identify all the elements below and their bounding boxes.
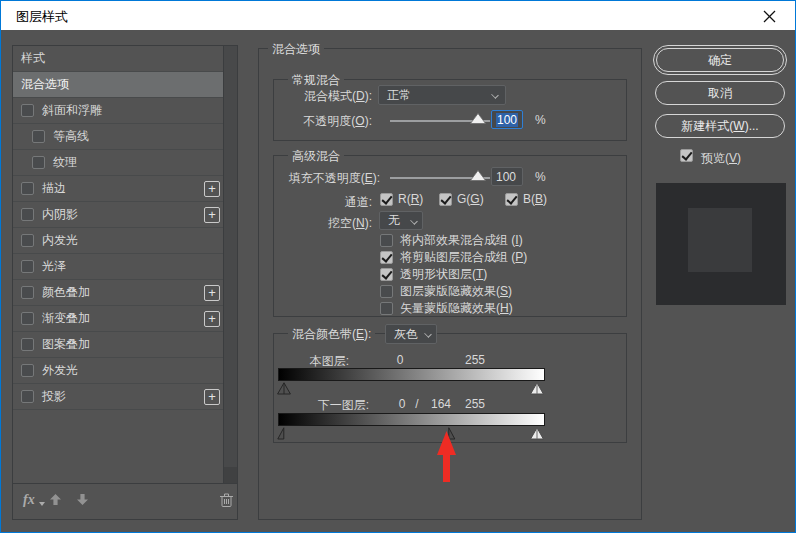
new-style-button[interactable]: 新建样式(W)... — [655, 114, 785, 138]
channel-label: G(G) — [457, 192, 484, 206]
trash-icon — [219, 492, 234, 508]
add-effect-instance-button[interactable]: + — [204, 311, 220, 327]
underlying-layer-label: 下一图层: — [282, 397, 369, 414]
fill-opacity-slider-thumb[interactable] — [470, 170, 486, 184]
move-effect-up-button[interactable] — [49, 493, 62, 509]
preview-checkbox[interactable] — [680, 149, 693, 162]
effect-checkbox[interactable] — [21, 104, 34, 117]
sidebar-item-13[interactable]: 投影+ — [13, 384, 223, 410]
effect-checkbox[interactable] — [32, 156, 45, 169]
sidebar-item-12[interactable]: 外发光 — [13, 358, 223, 384]
chevron-down-icon — [491, 91, 499, 99]
underlying-black-left-half-slider[interactable] — [277, 427, 285, 443]
sidebar-item-label: 纹理 — [53, 154, 77, 171]
this-layer-white-slider[interactable] — [530, 382, 544, 398]
option-checkbox[interactable] — [380, 251, 393, 264]
sidebar-item-5[interactable]: 描边+ — [13, 176, 223, 202]
sidebar-item-11[interactable]: 图案叠加 — [13, 332, 223, 358]
fill-opacity-value: 100 — [496, 170, 516, 184]
sidebar-item-2[interactable]: 斜面和浮雕 — [13, 98, 223, 124]
option-checkbox[interactable] — [380, 302, 393, 315]
sidebar-item-1[interactable]: 混合选项 — [13, 72, 223, 98]
close-button[interactable] — [749, 3, 789, 29]
channel-b: B(B) — [505, 192, 547, 206]
effect-checkbox[interactable] — [21, 338, 34, 351]
option-checkbox[interactable] — [380, 234, 393, 247]
sidebar-item-10[interactable]: 渐变叠加+ — [13, 306, 223, 332]
channel-g: G(G) — [439, 192, 484, 206]
effect-checkbox[interactable] — [21, 286, 34, 299]
effect-checkbox[interactable] — [21, 312, 34, 325]
opacity-input[interactable]: 100 — [491, 110, 523, 129]
slider-triangle-icon — [530, 427, 544, 440]
option-label: 图层蒙版隐藏效果(S) — [400, 283, 512, 300]
advanced-options-list: 将内部效果混合成组 (I)将剪贴图层混合成组 (P)透明形状图层(T)图层蒙版隐… — [380, 232, 626, 317]
opacity-label: 不透明度(O): — [280, 113, 372, 130]
advanced-option-4: 矢量蒙版隐藏效果(H) — [380, 300, 626, 317]
blend-mode-dropdown[interactable]: 正常 — [378, 85, 506, 105]
this-layer-black-slider[interactable] — [277, 382, 291, 398]
sidebar-item-6[interactable]: 内阴影+ — [13, 202, 223, 228]
sidebar-item-label: 光泽 — [42, 258, 66, 275]
channel-checkbox[interactable] — [505, 193, 518, 206]
sidebar-item-label: 内发光 — [42, 232, 78, 249]
add-effect-instance-button[interactable]: + — [204, 285, 220, 301]
effect-checkbox[interactable] — [21, 234, 34, 247]
knockout-value: 无 — [388, 212, 400, 229]
blend-if-channel-dropdown[interactable]: 灰色 — [385, 324, 437, 344]
this-layer-white-value: 255 — [462, 353, 488, 367]
effect-checkbox[interactable] — [21, 390, 34, 403]
chevron-down-icon — [424, 330, 432, 338]
sidebar-item-3[interactable]: 等高线 — [13, 124, 223, 150]
channel-checkbox[interactable] — [380, 193, 393, 206]
sidebar-item-label: 图案叠加 — [42, 336, 90, 353]
move-effect-down-button[interactable] — [76, 493, 89, 509]
option-checkbox[interactable] — [380, 285, 393, 298]
slider-triangle-icon — [530, 382, 544, 395]
advanced-option-1: 将剪贴图层混合成组 (P) — [380, 249, 626, 266]
effect-checkbox[interactable] — [21, 364, 34, 377]
fill-opacity-label: 填充不透明度(E): — [276, 170, 380, 187]
close-icon — [763, 10, 776, 23]
sidebar-item-7[interactable]: 内发光 — [13, 228, 223, 254]
effect-checkbox[interactable] — [32, 130, 45, 143]
ok-button[interactable]: 确定 — [653, 45, 787, 75]
fill-opacity-input[interactable]: 100 — [491, 167, 523, 186]
option-label: 透明形状图层(T) — [400, 266, 487, 283]
sidebar-item-label: 斜面和浮雕 — [42, 102, 102, 119]
opacity-unit: % — [535, 113, 546, 127]
cancel-button[interactable]: 取消 — [655, 81, 785, 105]
opacity-value: 100 — [496, 113, 518, 127]
option-checkbox[interactable] — [380, 268, 393, 281]
underlying-white-slider[interactable] — [530, 427, 544, 443]
underlying-white-value: 255 — [462, 397, 488, 411]
fx-menu-button[interactable]: fx — [23, 492, 35, 508]
delete-effect-button[interactable] — [219, 492, 234, 511]
chevron-down-icon — [410, 217, 418, 225]
sidebar-scrollbar[interactable] — [223, 46, 237, 483]
annotation-arrow-up-icon — [436, 431, 457, 486]
channel-checkbox[interactable] — [439, 193, 452, 206]
title-bar: 图层样式 — [1, 1, 795, 30]
effects-sidebar: 样式混合选项斜面和浮雕等高线纹理描边+内阴影+内发光光泽颜色叠加+渐变叠加+图案… — [12, 45, 238, 520]
add-effect-instance-button[interactable]: + — [204, 389, 220, 405]
sidebar-item-9[interactable]: 颜色叠加+ — [13, 280, 223, 306]
arrow-down-icon — [76, 493, 89, 506]
sidebar-item-0[interactable]: 样式 — [13, 46, 223, 72]
channels-label: 通道: — [310, 194, 372, 211]
dialog-title: 图层样式 — [16, 8, 68, 26]
general-blending-group: 常规混合 混合模式(D): 正常 不透明度(O): 100 % — [273, 79, 627, 141]
sidebar-item-label: 内阴影 — [42, 206, 78, 223]
channels-row: R(R)G(G)B(B) — [380, 192, 620, 208]
sidebar-item-4[interactable]: 纹理 — [13, 150, 223, 176]
effect-checkbox[interactable] — [21, 208, 34, 221]
add-effect-instance-button[interactable]: + — [204, 207, 220, 223]
sidebar-item-label: 外发光 — [42, 362, 78, 379]
scrollbar-end — [224, 467, 237, 483]
opacity-slider-thumb[interactable] — [470, 113, 486, 127]
add-effect-instance-button[interactable]: + — [204, 181, 220, 197]
knockout-dropdown[interactable]: 无 — [379, 211, 423, 230]
effect-checkbox[interactable] — [21, 182, 34, 195]
sidebar-item-8[interactable]: 光泽 — [13, 254, 223, 280]
effect-checkbox[interactable] — [21, 260, 34, 273]
